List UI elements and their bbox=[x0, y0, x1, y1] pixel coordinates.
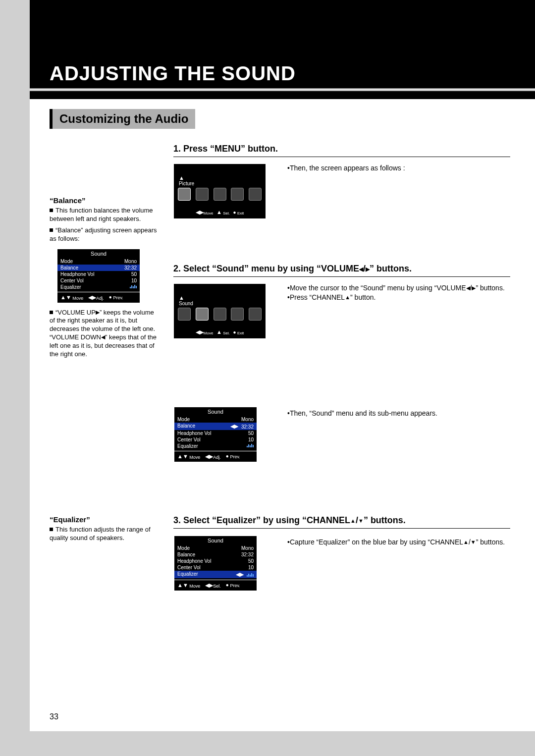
step3-rule bbox=[173, 528, 510, 529]
balance-title: “Balance” bbox=[50, 196, 159, 205]
balance-text2: “Balance” adjusting screen appears as fo… bbox=[50, 226, 159, 243]
vol-left-icon bbox=[466, 284, 470, 292]
equalizer-text1: This function adjusts the range of quali… bbox=[50, 526, 159, 542]
setup-icon bbox=[249, 308, 262, 321]
step2-rule bbox=[173, 276, 510, 277]
ch-up-icon bbox=[350, 515, 356, 525]
step1-rule bbox=[173, 157, 510, 157]
step1-heading: 1. Press “MENU” button. bbox=[173, 144, 278, 154]
step3-heading: 3. Select “Equalizer” by using “CHANNEL/… bbox=[173, 515, 406, 526]
channel-icon bbox=[214, 188, 226, 201]
header-divider bbox=[30, 88, 535, 91]
osd-sound-menu-equalizer: Sound ModeMono Balance32:32 Headphone Vo… bbox=[173, 535, 258, 592]
sidebar-balance: “Balance” This function balances the vol… bbox=[50, 196, 159, 359]
osd-row-equalizer: Equalizer bbox=[174, 571, 257, 578]
osd-sound-menu-balance: Sound ModeMono Balance 32:32 Headphone V… bbox=[173, 406, 258, 463]
equalizer-bars-icon bbox=[247, 443, 254, 447]
step2-heading: 2. Select “Sound” menu by using “VOLUME/… bbox=[173, 264, 412, 274]
osd-label-sound: Sound bbox=[179, 301, 193, 306]
equalizer-title: “Equalizer” bbox=[50, 515, 159, 524]
time-icon bbox=[231, 308, 244, 321]
step2-text1: •Move the cursor to the “Sound” menu by … bbox=[287, 283, 505, 302]
osd-screenshot-picture: Picture Move Sel. Exit bbox=[173, 163, 266, 219]
page-title: ADJUSTING THE SOUND bbox=[50, 62, 296, 85]
section-subtitle: Customizing the Audio bbox=[50, 109, 195, 129]
picture-icon bbox=[178, 188, 191, 201]
time-icon bbox=[231, 188, 244, 201]
step3-text1: •Capture “Equalizer” on the blue bar by … bbox=[287, 538, 505, 547]
osd-label-picture: Picture bbox=[179, 181, 194, 186]
sidebar-equalizer: “Equalizer” This function adjusts the ra… bbox=[50, 515, 159, 542]
osd-balance-sidebar: Sound ModeMono Balance32:32 Headphone Vo… bbox=[56, 248, 141, 304]
manual-page: ADJUSTING THE SOUND Customizing the Audi… bbox=[0, 0, 535, 756]
sound-icon bbox=[196, 188, 209, 201]
vol-right-icon bbox=[366, 264, 370, 273]
osd-icon-row bbox=[178, 308, 262, 321]
ch-down-icon bbox=[358, 515, 364, 525]
balance-text1: This function balances the volume betwee… bbox=[50, 207, 159, 223]
channel-icon bbox=[214, 308, 226, 321]
osd-footer: Move Sel. Exit bbox=[174, 329, 266, 335]
osd-screenshot-sound: Sound Move Sel. Exit bbox=[173, 283, 266, 339]
balance-text3: “VOLUME UP” keeps the volume of the righ… bbox=[50, 309, 159, 359]
step1-text: •Then, the screen appears as follows : bbox=[287, 163, 505, 173]
setup-icon bbox=[249, 188, 262, 201]
osd-row-balance: Balance 32:32 bbox=[174, 423, 257, 430]
ch-up-icon bbox=[463, 538, 469, 546]
vol-down-icon bbox=[101, 333, 105, 341]
vol-left-icon bbox=[359, 264, 363, 273]
ch-down-icon bbox=[471, 538, 476, 546]
sound-icon bbox=[196, 308, 209, 321]
vol-up-icon bbox=[96, 309, 100, 316]
page-number: 33 bbox=[50, 712, 58, 721]
picture-icon bbox=[178, 308, 191, 321]
osd-icon-row bbox=[178, 188, 262, 201]
step2-text3: •Then, “Sound” menu and its sub-menu app… bbox=[287, 409, 505, 418]
equalizer-bars-icon bbox=[247, 573, 254, 577]
ch-up-icon bbox=[345, 293, 350, 301]
osd-footer: Move Sel. Exit bbox=[174, 209, 266, 216]
